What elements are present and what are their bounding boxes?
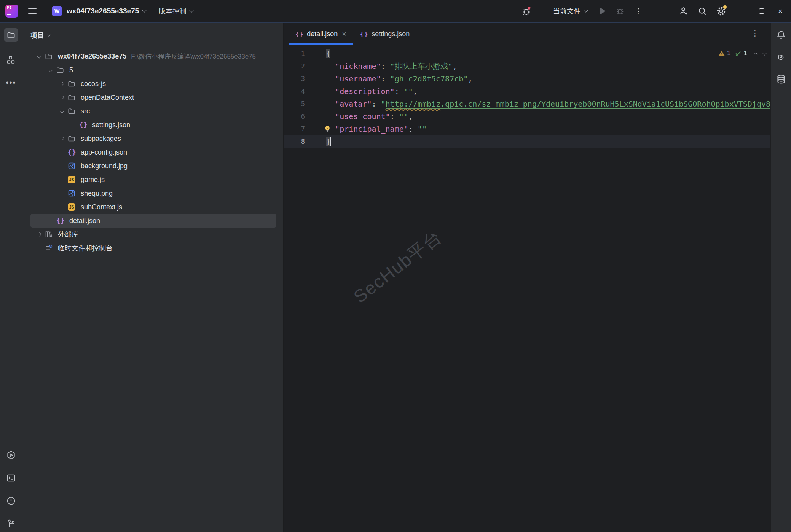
line-number[interactable]: 2 (284, 60, 322, 73)
tree-chevron[interactable] (33, 233, 45, 236)
project-tool-window: 项目 wx04f73e2655e33e75F:\微信小程序反编译\wx04f73… (22, 23, 284, 532)
more-actions-icon[interactable]: ⋮ (635, 6, 642, 16)
editor-tab-detail.json[interactable]: {}detail.json× (289, 23, 353, 45)
tree-item[interactable]: wx04f73e2655e33e75F:\微信小程序反编译\wx04f73e26… (22, 49, 283, 63)
add-user-icon[interactable] (679, 6, 689, 16)
line-number[interactable]: 5 (284, 98, 322, 110)
code-line[interactable]: "nickname": "排队上车小游戏", (326, 60, 770, 73)
editor-area: {}detail.json×{}settings.json ⋮ 12345678… (284, 23, 770, 532)
tab-list: {}detail.json×{}settings.json (289, 23, 416, 45)
tree-chevron[interactable] (56, 110, 68, 113)
more-tools-icon[interactable]: ••• (6, 78, 16, 87)
folder-icon (56, 66, 69, 74)
tree-item-label: game.js (81, 176, 105, 184)
tree-chevron[interactable] (45, 68, 56, 72)
project-name[interactable]: wx04f73e2655e33e75 (67, 7, 139, 15)
line-number[interactable]: 3 (284, 73, 322, 85)
intention-bulb-icon[interactable] (324, 125, 332, 133)
minimize-icon[interactable] (740, 11, 745, 11)
right-tool-strip (770, 23, 791, 532)
warnings-group[interactable]: 1 (718, 49, 730, 57)
code-line[interactable]: "description": "", (326, 85, 770, 98)
tree-item[interactable]: openDataContext (22, 91, 283, 104)
library-icon (45, 231, 58, 238)
tree-chevron[interactable] (33, 55, 45, 58)
chevron-down-icon (60, 109, 64, 113)
tree-item[interactable]: 临时文件和控制台 (22, 241, 283, 255)
version-control-icon[interactable] (4, 516, 18, 531)
tree-item-label: app-config.json (81, 148, 127, 156)
vcs-widget[interactable]: 版本控制 (159, 6, 186, 16)
ok-group[interactable]: 1 (734, 49, 747, 57)
folder-icon (68, 80, 81, 88)
notifications-bell-icon[interactable] (776, 30, 786, 40)
logo-text: PS (7, 6, 12, 10)
chevron-up-icon[interactable] (754, 52, 758, 56)
tree-item[interactable]: JSgame.js (22, 173, 283, 186)
search-icon[interactable] (698, 6, 707, 16)
tree-chevron[interactable] (56, 82, 68, 85)
tree-item-label: settings.json (92, 121, 130, 129)
database-icon[interactable] (776, 74, 786, 84)
line-number[interactable]: 8 (284, 135, 322, 148)
chevron-down-icon (190, 8, 194, 12)
code-line[interactable]: "username": "gh_c2d0f5c787cb", (326, 73, 770, 85)
tree-item[interactable]: {}detail.json (30, 214, 276, 228)
tree-item[interactable]: {}app-config.json (22, 145, 283, 159)
line-number[interactable]: 6 (284, 110, 322, 123)
tree-chevron[interactable] (56, 96, 68, 99)
tree-item-label: openDataContext (81, 94, 134, 102)
ai-assistant-icon[interactable] (776, 52, 786, 62)
tree-item[interactable]: src (22, 104, 283, 118)
code-editor[interactable]: 12345678 { "nickname": "排队上车小游戏", "usern… (284, 45, 770, 532)
close-tab-icon[interactable]: × (342, 30, 346, 38)
phpstorm-logo-icon[interactable]: PS (5, 5, 18, 18)
project-folder-icon[interactable] (4, 28, 18, 42)
close-icon[interactable]: × (778, 7, 783, 15)
structure-icon[interactable] (4, 53, 18, 67)
run-configuration-selector[interactable]: 当前文件 (553, 6, 580, 16)
tree-item[interactable]: 外部库 (22, 228, 283, 241)
tree-item[interactable]: cocos-js (22, 77, 283, 91)
tree-item[interactable]: {}settings.json (22, 118, 283, 132)
line-number[interactable]: 7 (284, 123, 322, 135)
stop-debug-icon[interactable] (522, 6, 532, 16)
terminal-icon[interactable] (4, 471, 18, 485)
ok-count: 1 (744, 49, 747, 57)
code-line[interactable]: "principal_name": "" (326, 123, 770, 135)
tab-options-icon[interactable]: ⋮ (751, 29, 759, 38)
project-badge[interactable]: W (52, 6, 62, 16)
tree-item-label: detail.json (69, 217, 100, 225)
tree-item-label: subpackages (81, 135, 121, 143)
services-run-icon[interactable] (4, 448, 18, 462)
run-icon[interactable] (600, 8, 606, 14)
code-line[interactable]: "uses_count": "", (326, 110, 770, 123)
json-icon: {} (79, 121, 92, 129)
project-panel-header[interactable]: 项目 (30, 29, 283, 42)
inspections-widget[interactable]: 1 1 (718, 49, 766, 57)
js-icon: JS (68, 203, 81, 211)
tree-item[interactable]: 5 (22, 63, 283, 77)
tree-item[interactable]: subpackages (22, 132, 283, 145)
tree-chevron[interactable] (56, 137, 68, 140)
debug-icon[interactable] (616, 6, 625, 16)
tree-item[interactable]: background.jpg (22, 159, 283, 173)
chevron-down-icon (142, 8, 147, 12)
code-line[interactable]: { (326, 48, 770, 60)
chevron-down-icon (37, 54, 41, 59)
main-menu-icon[interactable] (28, 8, 37, 14)
image-icon (68, 190, 81, 197)
line-number[interactable]: 1 (284, 48, 322, 60)
problems-icon[interactable] (4, 494, 18, 508)
chevron-down-icon[interactable] (763, 51, 767, 55)
folder-icon (45, 53, 58, 60)
settings-icon[interactable] (716, 6, 726, 16)
line-number[interactable]: 4 (284, 85, 322, 98)
tree-item[interactable]: shequ.png (22, 186, 283, 200)
maximize-icon[interactable] (759, 8, 764, 14)
tree-item-label: background.jpg (81, 162, 128, 170)
code-line[interactable]: "avatar": "http://mmbiz.qpic.cn/sz_mmbiz… (326, 98, 770, 110)
code-line[interactable]: } (326, 135, 770, 148)
tree-item[interactable]: JSsubContext.js (22, 200, 283, 214)
editor-tab-settings.json[interactable]: {}settings.json (353, 23, 416, 45)
